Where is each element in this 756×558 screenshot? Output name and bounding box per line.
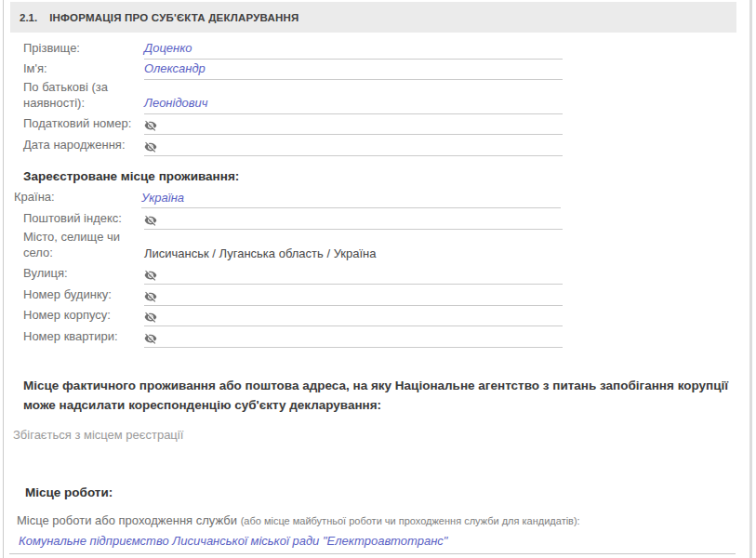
section-header: 2.1. ІНФОРМАЦІЯ ПРО СУБ'ЄКТА ДЕКЛАРУВАНН… <box>10 2 736 33</box>
field-value <box>144 287 563 306</box>
section-title: ІНФОРМАЦІЯ ПРО СУБ'ЄКТА ДЕКЛАРУВАННЯ <box>49 12 298 23</box>
field-row: Податковий номер: <box>23 114 563 136</box>
correspondence-value: Збігається з місцем реєстрації <box>13 428 756 442</box>
field-row: Дата народження: <box>23 135 563 156</box>
residence-fields: Країна: Україна Поштовий індекс: Місто, … <box>0 188 756 348</box>
field-value <box>144 308 563 326</box>
field-label: Вулиця: <box>23 266 144 285</box>
field-row: Країна: Україна <box>14 188 561 209</box>
employer-label-text: Місце роботи або проходження служби <box>17 513 241 527</box>
eye-slash-icon <box>144 214 157 227</box>
field-label: Поштовий індекс: <box>23 211 144 230</box>
field-row: Місто, селище чи село: Лисичанськ / Луга… <box>23 230 563 264</box>
field-value-text: Україна <box>141 191 184 206</box>
employer-value: Комунальне підприємство Лисичанської міс… <box>9 534 736 554</box>
field-value <box>144 116 563 135</box>
field-row: Номер квартири: <box>23 326 563 348</box>
employer-label-note: (або місце майбутньої роботи чи проходже… <box>241 515 580 526</box>
declaration-page: { "header": { "number": "2.1.", "title":… <box>0 0 756 558</box>
eye-slash-icon <box>144 311 157 324</box>
field-label: Номер будинку: <box>23 287 144 306</box>
field-value-text: Олександр <box>144 61 206 76</box>
eye-slash-icon <box>144 140 157 153</box>
field-value: Україна <box>141 190 561 208</box>
field-row: Поштовий індекс: <box>23 208 563 230</box>
field-label: Податковий номер: <box>23 116 144 135</box>
field-row: Номер корпусу: <box>23 306 563 327</box>
field-row: Ім'я: Олександр <box>23 60 563 81</box>
field-label: Дата народження: <box>23 138 144 156</box>
field-label: Номер корпусу: <box>23 308 144 326</box>
field-label: Країна: <box>14 190 141 208</box>
field-value <box>144 138 563 156</box>
field-label: Прізвище: <box>23 41 144 60</box>
correspondence-heading: Місце фактичного проживання або поштова … <box>23 376 735 416</box>
field-row: Вулиця: <box>23 264 563 286</box>
field-value: Леонідович <box>144 96 563 114</box>
employer-label: Місце роботи або проходження служби (або… <box>17 513 756 527</box>
field-label: Номер квартири: <box>23 329 144 348</box>
eye-slash-icon <box>144 269 157 282</box>
field-value <box>144 266 563 285</box>
eye-slash-icon <box>144 290 157 303</box>
eye-slash-icon <box>144 332 157 345</box>
residence-heading: Зареєстроване місце проживання: <box>23 169 756 183</box>
field-value-text: Лисичанськ / Луганська область / Україна <box>144 246 376 261</box>
workplace-heading: Місце роботи: <box>25 485 756 499</box>
field-label: Місто, селище чи село: <box>23 230 144 264</box>
field-value: Доценко <box>144 41 563 60</box>
field-label: По батькові (за наявності): <box>23 80 144 114</box>
field-value-text: Доценко <box>144 41 192 56</box>
field-row: По батькові (за наявності): Леонідович <box>23 80 563 114</box>
page-left-border <box>3 0 4 558</box>
field-row: Номер будинку: <box>23 285 563 306</box>
field-row: Прізвище: Доценко <box>23 38 563 60</box>
eye-slash-icon <box>144 119 157 132</box>
section-number: 2.1. <box>20 12 37 23</box>
person-fields: Прізвище: Доценко Ім'я: Олександр По бат… <box>0 38 756 156</box>
field-value: Лисичанськ / Луганська область / Україна <box>144 246 563 264</box>
page-right-border <box>749 0 752 558</box>
field-value: Олександр <box>144 61 563 80</box>
field-value <box>144 211 563 230</box>
field-value <box>144 329 563 348</box>
field-label: Ім'я: <box>23 61 144 80</box>
field-value-text: Леонідович <box>144 96 208 111</box>
